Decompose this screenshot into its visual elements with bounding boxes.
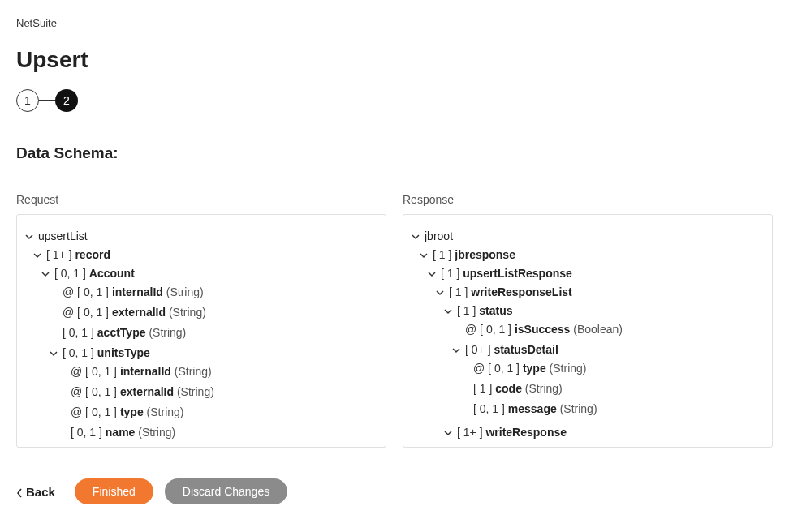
tree-label: type: [120, 405, 144, 418]
tree-label: Account: [89, 267, 135, 280]
chevron-left-icon: [16, 487, 23, 496]
tree-leaf[interactable]: @ [ 0, 1 ] externalId (String): [58, 384, 377, 401]
tree-label: statusDetail: [494, 343, 558, 356]
finished-button[interactable]: Finished: [75, 478, 153, 504]
cardinality: @ [ 0, 1 ]: [63, 306, 109, 319]
chevron-down-icon: [436, 289, 444, 297]
tree-leaf[interactable]: [ 0, 1 ] acctType (String): [50, 324, 377, 341]
section-title: Data Schema:: [16, 144, 773, 162]
tree-leaf[interactable]: [ 0, 1 ] message (String): [460, 401, 764, 418]
chevron-down-icon: [428, 270, 436, 278]
tree-label: record: [75, 248, 110, 261]
chevron-down-icon: [412, 233, 420, 241]
tree-label: status: [479, 304, 512, 317]
chevron-down-icon: [50, 350, 58, 358]
tree-label: isSuccess: [515, 323, 571, 336]
breadcrumb-netsuite[interactable]: NetSuite: [16, 17, 57, 29]
cardinality: [ 0, 1 ]: [63, 346, 94, 359]
type-label: (String): [550, 362, 587, 375]
tree-leaf[interactable]: @ [ 0, 1 ] isSuccess (Boolean): [452, 321, 764, 338]
tree-label: name: [106, 426, 136, 439]
tree-node-writeresponselist[interactable]: [ 1 ] writeResponseList: [436, 284, 764, 301]
tree-node-upsertlistresponse[interactable]: [ 1 ] upsertListResponse: [428, 265, 764, 282]
tree-leaf[interactable]: [ 0, 1 ] name (String): [58, 424, 377, 441]
tree-label: jbroot: [425, 228, 453, 245]
chevron-down-icon: [25, 233, 33, 241]
tree-label: acctType: [97, 326, 146, 339]
tree-node-jbresponse[interactable]: [ 1 ] jbresponse: [420, 247, 764, 264]
type-label: (String): [147, 405, 184, 418]
tree-node-statusdetail[interactable]: [ 0+ ] statusDetail: [452, 341, 764, 358]
tree-leaf[interactable]: @ [ 0, 1 ] type (String): [460, 360, 764, 377]
tree-node-record[interactable]: [ 1+ ] record: [33, 247, 377, 264]
step-2[interactable]: 2: [55, 89, 78, 112]
chevron-down-icon: [41, 270, 50, 278]
cardinality: [ 1+ ]: [457, 426, 483, 439]
tree-node-jbroot[interactable]: jbroot: [412, 228, 764, 245]
chevron-down-icon: [452, 346, 460, 354]
chevron-down-icon: [33, 251, 41, 260]
tree-label: type: [523, 362, 546, 375]
tree-leaf[interactable]: @ [ 0, 1 ] internalId (String): [50, 284, 377, 301]
cardinality: [ 0, 1 ]: [63, 326, 94, 339]
type-label: (String): [138, 426, 175, 439]
cardinality: @ [ 0, 1 ]: [71, 385, 117, 398]
back-label: Back: [26, 485, 55, 499]
type-label: (String): [166, 285, 204, 298]
cardinality: @ [ 0, 1 ]: [71, 405, 117, 418]
cardinality: [ 0, 1 ]: [473, 402, 505, 415]
type-label: (String): [177, 385, 214, 398]
back-button[interactable]: Back: [16, 485, 63, 499]
chevron-down-icon: [420, 251, 428, 260]
cardinality: @ [ 0, 1 ]: [71, 365, 117, 378]
request-label: Request: [16, 193, 386, 206]
cardinality: [ 1 ]: [449, 285, 468, 298]
cardinality: [ 1 ]: [433, 248, 451, 261]
cardinality: @ [ 0, 1 ]: [473, 362, 520, 375]
step-connector: [39, 100, 55, 101]
tree-label: externalId: [120, 385, 174, 398]
type-label: (String): [525, 382, 563, 395]
cardinality: [ 1 ]: [473, 382, 492, 395]
type-label: (String): [175, 365, 212, 378]
chevron-down-icon: [444, 429, 452, 437]
request-panel: upsertList [ 1+ ] record: [16, 214, 386, 448]
tree-leaf[interactable]: @ [ 0, 1 ] externalId (String): [50, 304, 377, 321]
cardinality: @ [ 0, 1 ]: [465, 323, 511, 336]
tree-label: upsertList: [38, 228, 88, 245]
tree-node-upsertlist[interactable]: upsertList: [25, 228, 377, 245]
tree-leaf[interactable]: [ 1 ] code (String): [460, 380, 764, 397]
tree-label: writeResponse: [485, 426, 567, 439]
response-label: Response: [403, 193, 773, 206]
tree-label: message: [508, 402, 557, 415]
tree-node-writeresponse[interactable]: [ 1+ ] writeResponse: [444, 424, 764, 441]
tree-node-status[interactable]: [ 1 ] status: [444, 302, 764, 320]
tree-label: upsertListResponse: [463, 267, 572, 280]
tree-node-account[interactable]: [ 0, 1 ] Account: [41, 265, 377, 282]
step-1[interactable]: 1: [16, 89, 39, 112]
tree-label: internalId: [120, 365, 171, 378]
cardinality: [ 1 ]: [441, 267, 459, 280]
cardinality: [ 1+ ]: [46, 248, 72, 261]
type-label: (String): [149, 326, 186, 339]
cardinality: @ [ 0, 1 ]: [63, 285, 109, 298]
tree-label: writeResponseList: [471, 285, 571, 298]
cardinality: [ 0, 1 ]: [71, 426, 102, 439]
type-label: (String): [560, 402, 597, 415]
tree-label: externalId: [112, 306, 166, 319]
tree-node-unitstype[interactable]: [ 0, 1 ] unitsType: [50, 345, 377, 362]
cardinality: [ 0+ ]: [465, 343, 491, 356]
tree-label: internalId: [112, 285, 163, 298]
cardinality: [ 0, 1 ]: [54, 267, 86, 280]
tree-label: unitsType: [97, 346, 150, 359]
tree-leaf[interactable]: @ [ 0, 1 ] internalId (String): [58, 363, 377, 380]
chevron-down-icon: [444, 307, 452, 315]
discard-changes-button[interactable]: Discard Changes: [165, 478, 287, 504]
response-panel: jbroot [ 1 ] jbresponse: [403, 214, 773, 448]
type-label: (Boolean): [573, 323, 623, 336]
cardinality: [ 1 ]: [457, 304, 476, 317]
step-indicator: 1 2: [16, 89, 773, 112]
tree-label: jbresponse: [455, 248, 515, 261]
tree-leaf[interactable]: @ [ 0, 1 ] type (String): [58, 404, 377, 421]
tree-label: code: [495, 382, 522, 395]
